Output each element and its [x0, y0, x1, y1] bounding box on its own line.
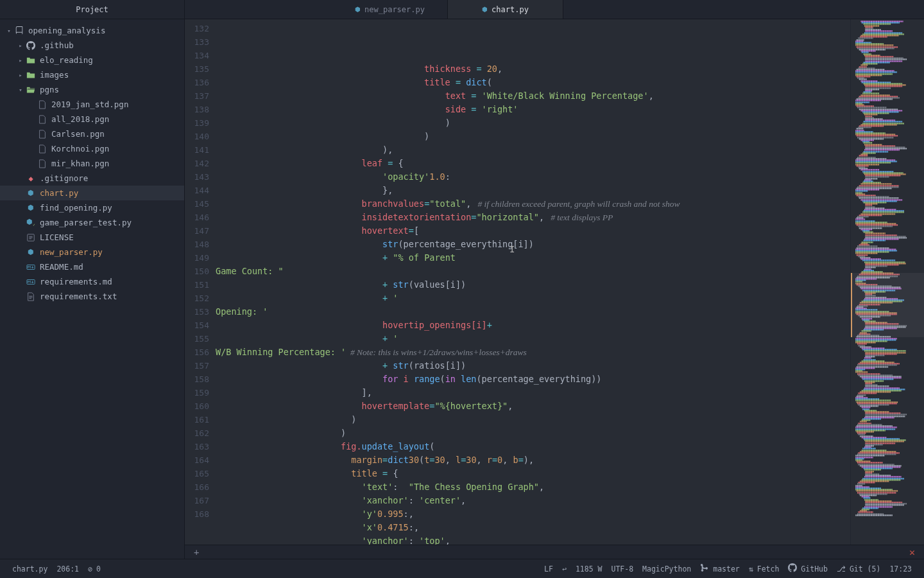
sync-icon: ⇅: [749, 565, 753, 574]
tree-item-Korchnoi-pgn[interactable]: Korchnoi.pgn: [0, 141, 184, 156]
file-icon: [37, 129, 47, 139]
tree-item-find-opening-py[interactable]: ⬢find_opening.py: [0, 200, 184, 215]
python-icon: ⬢: [26, 247, 36, 258]
repo-icon: [14, 26, 24, 36]
tab-label: chart.py: [492, 5, 529, 14]
license-icon: [26, 232, 36, 243]
status-branch[interactable]: master: [696, 559, 744, 578]
stop-icon: ⊘: [88, 565, 92, 574]
tree-item-all-2018-pgn[interactable]: all_2018.pgn: [0, 112, 184, 127]
code-content[interactable]: I thickness = 20, title = dict( text = '…: [216, 19, 850, 545]
tab-bar: ⬢ new_parser.py ⬢ chart.py: [185, 0, 924, 19]
status-width[interactable]: 1185 W: [571, 559, 607, 578]
git-icon: ⎇: [837, 565, 846, 574]
python-icon: ⬢: [482, 6, 488, 13]
chevron-right-icon: ▸: [17, 42, 24, 49]
file-icon: [37, 114, 47, 125]
tree-item-label: pgns: [40, 85, 59, 94]
folder-open-icon: [26, 85, 36, 95]
markdown-icon: [26, 277, 36, 287]
status-wrap[interactable]: ↩: [558, 559, 571, 578]
file-tree: ▾ opening_analysis ▸.github▸elo_reading▸…: [0, 19, 184, 308]
tree-item-label: .github: [40, 40, 74, 50]
plus-icon[interactable]: +: [194, 547, 199, 557]
tree-item-label: requirements.md: [40, 277, 112, 286]
line-gutter: 1321331341351361371381391401411421431441…: [185, 19, 216, 545]
minimap-viewport[interactable]: [851, 273, 924, 337]
tree-item-label: LICENSE: [40, 232, 74, 242]
text-icon: [26, 292, 36, 302]
tab-label: new_parser.py: [364, 5, 425, 14]
tree-item-label: 2019_jan_std.pgn: [51, 100, 128, 109]
tree-item-label: game_parser_test.py: [40, 218, 132, 227]
tree-item-label: mir_khan.pgn: [51, 159, 109, 168]
git-icon: ◆: [26, 173, 36, 184]
tree-item-label: Carlsen.pgn: [51, 129, 105, 139]
tree-item-LICENSE[interactable]: LICENSE: [0, 230, 184, 245]
status-github[interactable]: GitHub: [783, 559, 832, 578]
file-icon: [37, 159, 47, 169]
status-bar: chart.py 206:1 ⊘0 LF ↩ 1185 W UTF-8 Magi…: [0, 559, 924, 578]
tree-item-game-parser-test-py[interactable]: ⬢✓game_parser_test.py: [0, 215, 184, 230]
python-icon: ⬢: [26, 203, 36, 213]
tree-item-label: Korchnoi.pgn: [51, 144, 109, 153]
github-icon: [788, 563, 797, 574]
tree-item--github[interactable]: ▸.github: [0, 38, 184, 53]
tree-item-requirements-txt[interactable]: requirements.txt: [0, 289, 184, 304]
tree-item-label: images: [40, 70, 69, 80]
folder-icon: [26, 70, 36, 80]
status-filename[interactable]: chart.py: [8, 559, 52, 578]
status-cursor[interactable]: 206:1: [52, 559, 83, 578]
status-grammar[interactable]: MagicPython: [638, 559, 696, 578]
tree-item-label: chart.py: [40, 188, 78, 198]
tree-item-requirements-md[interactable]: requirements.md: [0, 274, 184, 289]
editor-body[interactable]: 1321331341351361371381391401411421431441…: [185, 19, 924, 545]
markdown-icon: [26, 262, 36, 272]
status-time: 17:23: [885, 559, 916, 578]
status-fetch[interactable]: ⇅Fetch: [744, 559, 784, 578]
chevron-right-icon: ▸: [17, 57, 24, 64]
tree-item-2019-jan-std-pgn[interactable]: 2019_jan_std.pgn: [0, 97, 184, 112]
python-test-icon: ⬢✓: [26, 218, 36, 228]
tree-item-label: README.md: [40, 262, 83, 272]
bottom-tab-bar: + ✕: [185, 545, 924, 559]
file-icon: [37, 144, 47, 154]
tree-item-label: .gitignore: [40, 173, 88, 183]
editor-area: ⬢ new_parser.py ⬢ chart.py 1321331341351…: [185, 0, 924, 559]
tree-item-pgns[interactable]: ▾pgns: [0, 82, 184, 97]
tree-item-images[interactable]: ▸images: [0, 67, 184, 82]
status-encoding[interactable]: UTF-8: [606, 559, 638, 578]
folder-icon: [26, 55, 36, 66]
wrap-icon: ↩: [562, 565, 567, 574]
close-icon[interactable]: ✕: [909, 547, 915, 558]
tree-item-label: requirements.txt: [40, 292, 117, 301]
tree-item-label: all_2018.pgn: [51, 114, 109, 124]
chevron-down-icon: ▾: [17, 87, 24, 93]
tree-item-new-parser-py[interactable]: ⬢new_parser.py: [0, 245, 184, 259]
status-git[interactable]: ⎇Git (5): [832, 559, 885, 578]
status-lf[interactable]: LF: [540, 559, 558, 578]
text-cursor-icon: I: [509, 243, 510, 253]
chevron-down-icon: ▾: [5, 28, 13, 34]
chevron-right-icon: ▸: [17, 72, 24, 78]
minimap[interactable]: ████████████████████████████████████████…: [850, 19, 924, 545]
tree-item-label: elo_reading: [40, 55, 93, 65]
tree-item-label: new_parser.py: [40, 247, 103, 257]
github-icon: [26, 40, 36, 51]
branch-icon: [700, 563, 709, 574]
status-lint[interactable]: ⊘0: [83, 559, 105, 578]
project-name: opening_analysis: [28, 26, 105, 35]
tree-item--gitignore[interactable]: ◆.gitignore: [0, 171, 184, 186]
project-root[interactable]: ▾ opening_analysis: [0, 23, 184, 38]
tree-item-README-md[interactable]: README.md: [0, 259, 184, 274]
file-icon: [37, 100, 47, 110]
tree-item-Carlsen-pgn[interactable]: Carlsen.pgn: [0, 127, 184, 141]
sidebar: Project ▾ opening_analysis ▸.github▸elo_…: [0, 0, 185, 559]
tree-item-mir-khan-pgn[interactable]: mir_khan.pgn: [0, 156, 184, 171]
tree-item-elo-reading[interactable]: ▸elo_reading: [0, 53, 184, 67]
python-icon: ⬢: [355, 6, 361, 13]
tab-new-parser[interactable]: ⬢ new_parser.py: [332, 0, 448, 19]
tree-item-label: find_opening.py: [40, 203, 112, 213]
tab-chart[interactable]: ⬢ chart.py: [448, 0, 563, 19]
tree-item-chart-py[interactable]: ⬢chart.py: [0, 186, 184, 200]
